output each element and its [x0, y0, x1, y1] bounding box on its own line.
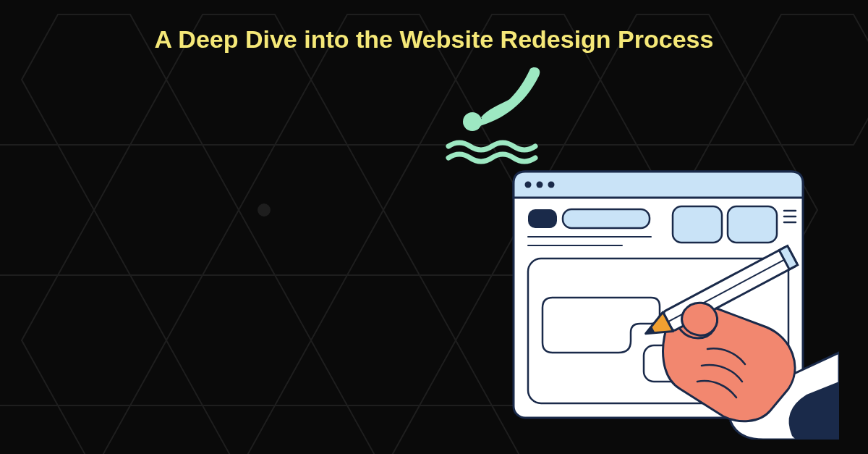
svg-marker-7 — [94, 145, 239, 275]
svg-marker-13 — [166, 275, 311, 405]
svg-point-25 — [537, 182, 543, 188]
svg-marker-6 — [0, 145, 94, 275]
svg-rect-27 — [528, 209, 557, 228]
svg-marker-19 — [239, 405, 383, 454]
svg-marker-17 — [0, 405, 94, 454]
svg-marker-14 — [311, 275, 456, 405]
svg-point-21 — [258, 203, 271, 217]
waves-icon — [448, 143, 535, 161]
svg-rect-28 — [563, 209, 650, 228]
svg-marker-12 — [22, 275, 166, 405]
svg-point-22 — [463, 112, 482, 131]
diver-icon — [438, 65, 553, 167]
svg-rect-29 — [673, 206, 722, 243]
svg-point-24 — [525, 182, 532, 188]
svg-rect-30 — [728, 206, 777, 243]
svg-point-26 — [548, 182, 555, 188]
page-title: A Deep Dive into the Website Redesign Pr… — [0, 22, 868, 57]
browser-design-illustration — [506, 164, 839, 440]
svg-marker-18 — [94, 405, 239, 454]
